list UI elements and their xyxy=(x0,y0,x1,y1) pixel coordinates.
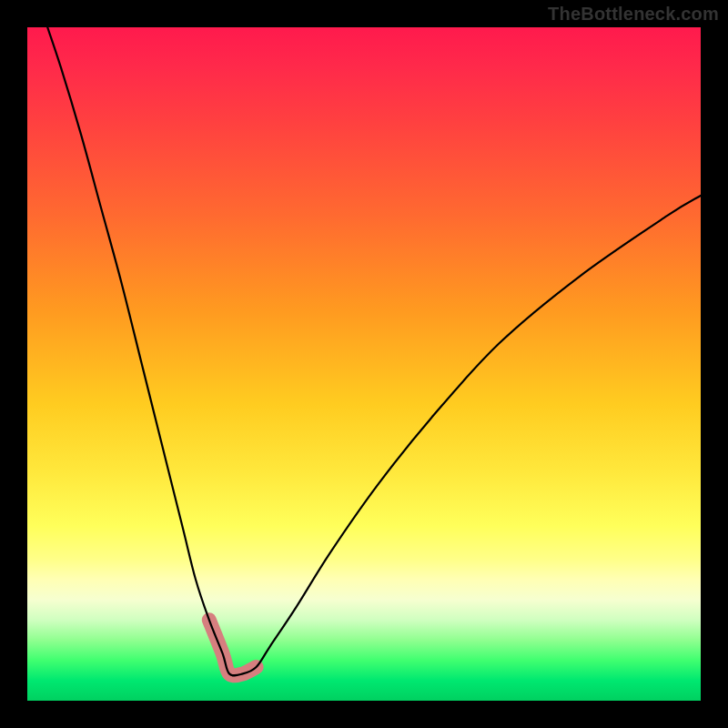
plot-area xyxy=(27,27,701,701)
bottleneck-curve-line xyxy=(47,27,701,675)
chart-frame: TheBottleneck.com xyxy=(0,0,728,728)
bottleneck-curve-svg xyxy=(27,27,701,701)
optimal-range-marker xyxy=(209,620,257,675)
watermark-text: TheBottleneck.com xyxy=(548,4,719,25)
